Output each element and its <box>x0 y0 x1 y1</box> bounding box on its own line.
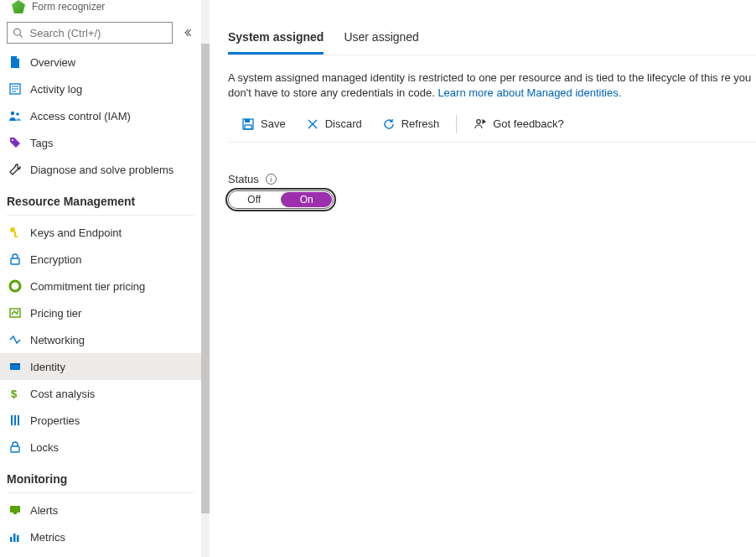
tab-bar: System assigned User assigned <box>228 3 756 55</box>
ring-icon <box>8 279 22 293</box>
svg-rect-27 <box>17 535 19 542</box>
sidebar-item-encryption[interactable]: Encryption <box>0 246 201 273</box>
sidebar-item-overview[interactable]: Overview <box>0 49 201 75</box>
svg-rect-15 <box>10 309 20 317</box>
sidebar-item-label: Tags <box>30 137 53 149</box>
document-icon <box>8 55 22 69</box>
sidebar-item-label: Networking <box>30 334 85 346</box>
sidebar-item-tags[interactable]: Tags <box>0 129 201 156</box>
discard-label: Discard <box>325 117 362 130</box>
tab-system-assigned[interactable]: System assigned <box>228 25 324 55</box>
status-toggle-on[interactable]: On <box>281 192 333 207</box>
svg-rect-30 <box>245 125 251 129</box>
refresh-label: Refresh <box>401 117 440 130</box>
svg-rect-22 <box>11 446 19 452</box>
svg-point-8 <box>12 139 13 141</box>
sidebar-item-commitment-pricing[interactable]: Commitment tier pricing <box>0 273 201 299</box>
svg-rect-12 <box>11 258 19 264</box>
divider <box>7 492 194 493</box>
sidebar-item-label: Diagnose and solve problems <box>30 164 173 176</box>
search-input[interactable] <box>28 26 167 40</box>
sidebar-item-label: Metrics <box>30 531 65 544</box>
properties-icon <box>8 414 22 427</box>
command-bar: Save Discard Refresh Got feedback? <box>228 109 756 143</box>
svg-point-14 <box>13 284 17 288</box>
sidebar-item-locks[interactable]: Locks <box>0 434 201 461</box>
sidebar: Form recognizer Overview <box>0 0 201 557</box>
refresh-button[interactable]: Refresh <box>374 114 448 134</box>
collapse-sidebar-icon[interactable] <box>181 26 194 39</box>
svg-text:$: $ <box>11 388 18 400</box>
service-name: Form recognizer <box>32 1 105 13</box>
main-content: System assigned User assigned A system a… <box>210 0 756 557</box>
status-toggle-off[interactable]: Off <box>229 191 280 208</box>
svg-rect-20 <box>14 415 16 425</box>
divider <box>7 215 194 216</box>
sidebar-item-label: Alerts <box>30 504 58 517</box>
sidebar-item-networking[interactable]: Networking <box>0 326 201 353</box>
cost-icon: $ <box>8 387 22 400</box>
sidebar-item-label: Overview <box>30 56 75 69</box>
status-label: Status <box>228 173 259 185</box>
search-icon <box>13 27 23 39</box>
save-icon <box>241 117 255 131</box>
svg-point-7 <box>16 112 19 116</box>
search-input-wrapper[interactable] <box>7 22 173 44</box>
info-icon[interactable]: i <box>266 174 277 185</box>
sidebar-item-label: Keys and Endpoint <box>30 226 122 239</box>
sidebar-item-label: Access control (IAM) <box>30 110 131 122</box>
sidebar-item-properties[interactable]: Properties <box>0 407 201 434</box>
sidebar-item-keys-endpoint[interactable]: Keys and Endpoint <box>0 219 201 246</box>
learn-more-link[interactable]: Learn more about Managed identities. <box>438 86 621 99</box>
pricing-icon <box>8 306 22 320</box>
discard-button[interactable]: Discard <box>298 114 370 134</box>
sidebar-item-alerts[interactable]: Alerts <box>0 497 201 523</box>
section-monitoring: Monitoring <box>0 461 201 491</box>
tab-user-assigned[interactable]: User assigned <box>344 25 419 55</box>
svg-rect-26 <box>13 534 16 542</box>
save-button[interactable]: Save <box>233 114 294 134</box>
toolbar-separator <box>456 115 457 133</box>
save-label: Save <box>261 117 286 130</box>
sidebar-item-label: Activity log <box>30 83 82 96</box>
sidebar-item-activity-log[interactable]: Activity log <box>0 75 201 102</box>
svg-rect-21 <box>18 415 19 425</box>
sidebar-item-label: Locks <box>30 441 59 454</box>
tag-icon <box>8 136 22 149</box>
sidebar-item-access-control[interactable]: Access control (IAM) <box>0 102 201 129</box>
discard-icon <box>306 117 319 131</box>
sidebar-item-label: Commitment tier pricing <box>30 280 145 293</box>
svg-point-33 <box>477 119 481 123</box>
service-icon <box>12 0 25 13</box>
svg-rect-29 <box>245 119 250 122</box>
scrollbar-thumb[interactable] <box>201 44 210 513</box>
sidebar-item-cost-analysis[interactable]: $ Cost analysis <box>0 380 201 407</box>
sidebar-item-identity[interactable]: Identity <box>0 353 201 380</box>
key-icon <box>8 226 22 239</box>
feedback-button[interactable]: Got feedback? <box>465 114 572 134</box>
svg-line-1 <box>20 34 23 37</box>
svg-rect-11 <box>14 236 18 237</box>
metrics-icon <box>8 530 22 544</box>
sidebar-item-label: Pricing tier <box>30 307 81 320</box>
sidebar-scrollbar[interactable] <box>201 0 210 557</box>
svg-rect-25 <box>10 537 13 542</box>
sidebar-item-label: Properties <box>30 414 80 427</box>
description-text: A system assigned managed identity is re… <box>228 70 756 101</box>
log-icon <box>8 82 22 96</box>
lock-icon <box>8 252 22 266</box>
svg-rect-23 <box>10 506 20 513</box>
lock-icon <box>8 440 22 454</box>
sidebar-item-pricing-tier[interactable]: Pricing tier <box>0 299 201 326</box>
identity-icon <box>8 360 22 373</box>
sidebar-item-metrics[interactable]: Metrics <box>0 523 201 550</box>
svg-point-0 <box>14 29 21 35</box>
sidebar-item-diagnose[interactable]: Diagnose and solve problems <box>0 156 201 183</box>
sidebar-item-label: Identity <box>30 361 65 373</box>
section-resource-management: Resource Management <box>0 183 201 213</box>
network-icon <box>8 333 22 346</box>
feedback-icon <box>474 117 487 131</box>
status-toggle[interactable]: Off On <box>228 190 334 209</box>
wrench-icon <box>8 163 22 176</box>
alerts-icon <box>8 503 22 517</box>
